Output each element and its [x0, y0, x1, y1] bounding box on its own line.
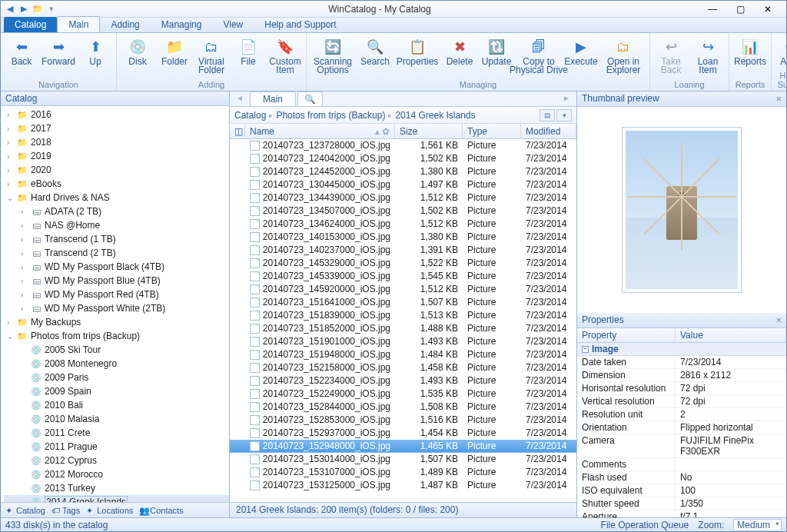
tab-main[interactable]: Main: [57, 16, 100, 32]
file-row[interactable]: 20140723_152844000_iOS.jpg1,508 KBPictur…: [230, 401, 576, 414]
up-button[interactable]: ⬆Up: [79, 35, 111, 79]
delete-button[interactable]: ✖Delete: [443, 35, 476, 79]
properties-button[interactable]: 📋Properties: [396, 35, 439, 79]
file-row[interactable]: 20140723_124042000_iOS.jpg1,502 KBPictur…: [230, 152, 576, 165]
tree-item[interactable]: 💿2008 Montenegro: [4, 357, 229, 371]
file-row[interactable]: 20140723_130445000_iOS.jpg1,497 KBPictur…: [230, 178, 576, 191]
file-row[interactable]: 20140723_152948000_iOS.jpg1,465 KBPictur…: [230, 440, 576, 453]
forward-nav-icon[interactable]: ▶: [18, 3, 30, 15]
view-details-button[interactable]: ▤: [540, 109, 555, 121]
file-row[interactable]: 20140723_145920000_iOS.jpg1,512 KBPictur…: [230, 283, 576, 296]
file-row[interactable]: 20140723_134507000_iOS.jpg1,502 KBPictur…: [230, 204, 576, 218]
col-name[interactable]: Name▴ ✿: [245, 124, 395, 138]
file-row[interactable]: 20140723_124452000_iOS.jpg1,380 KBPictur…: [230, 165, 576, 178]
view-dropdown-button[interactable]: ▾: [556, 109, 572, 121]
tree-item[interactable]: 💿2011 Crete: [4, 426, 229, 440]
tree-item[interactable]: 💿2010 Bali: [4, 398, 229, 412]
file-row[interactable]: 20140723_151852000_iOS.jpg1,488 KBPictur…: [230, 322, 576, 335]
tree-item[interactable]: ›🖴ADATA (2 TB): [4, 204, 229, 218]
tree-item[interactable]: 💿2010 Malasia: [4, 412, 229, 426]
tab-view[interactable]: View: [212, 17, 254, 32]
tree-item[interactable]: ›🖴WD My Passport Red (4TB): [4, 288, 229, 301]
file-row[interactable]: 20140723_123728000_iOS.jpg1,561 KBPictur…: [230, 139, 576, 152]
loan-item-button[interactable]: ↪Loan Item: [692, 35, 724, 79]
tree-item[interactable]: ›📁2020: [4, 163, 229, 177]
file-row[interactable]: 20140723_140237000_iOS.jpg1,391 KBPictur…: [230, 244, 576, 257]
tab-managing[interactable]: Managing: [151, 17, 213, 32]
file-row[interactable]: 20140723_151839000_iOS.jpg1,513 KBPictur…: [230, 309, 576, 322]
close-thumbnail-icon[interactable]: ×: [775, 93, 782, 105]
reports-button[interactable]: 📊Reports: [734, 35, 766, 79]
add-custom-item-button[interactable]: 🔖Custom Item: [269, 35, 301, 79]
forward-button[interactable]: ➡Forward: [42, 35, 75, 79]
col-modified[interactable]: Modified: [521, 124, 576, 138]
file-row[interactable]: 20140723_152249000_iOS.jpg1,535 KBPictur…: [230, 387, 576, 401]
tree-item[interactable]: ⌄📁Photos from trips (Backup): [4, 329, 229, 343]
minimize-button[interactable]: —: [702, 4, 723, 15]
file-tab-main[interactable]: Main: [250, 91, 296, 106]
tree-item[interactable]: ›📁My Backups: [4, 315, 229, 329]
col-type[interactable]: Type: [463, 124, 521, 138]
tree-item[interactable]: ›🖴WD My Passport Blue (4TB): [4, 274, 229, 288]
back-nav-icon[interactable]: ◀: [4, 3, 16, 15]
file-row[interactable]: 20140723_134439000_iOS.jpg1,512 KBPictur…: [230, 191, 576, 204]
breadcrumb-current[interactable]: 2014 Greek Islands: [395, 110, 475, 121]
tree-item[interactable]: 💿2014 Greek Islands: [4, 495, 229, 502]
tab-catalog-bottom[interactable]: ✦Catalog: [5, 506, 45, 515]
add-virtual-folder-button[interactable]: 🗂Virtual Folder: [195, 35, 227, 79]
add-file-button[interactable]: 📄File: [232, 35, 264, 79]
file-row[interactable]: 20140723_134624000_iOS.jpg1,512 KBPictur…: [230, 218, 576, 231]
tree-item[interactable]: ›🖴Transcend (1 TB): [4, 232, 229, 246]
tab-locations[interactable]: ✦Locations: [86, 506, 133, 515]
file-row[interactable]: 20140723_152158000_iOS.jpg1,458 KBPictur…: [230, 361, 576, 374]
tab-tags[interactable]: 🏷Tags: [51, 506, 80, 515]
dropdown-icon[interactable]: ▾: [45, 3, 58, 15]
file-row[interactable]: 20140723_153014000_iOS.jpg1,507 KBPictur…: [230, 453, 576, 466]
tree-item[interactable]: 💿2013 Turkey: [4, 481, 229, 495]
add-disk-button[interactable]: 💿Disk: [121, 35, 154, 79]
zoom-select[interactable]: Medium: [733, 519, 782, 531]
breadcrumb-folder[interactable]: Photos from trips (Backup): [276, 110, 385, 121]
tree-item[interactable]: ›🖴Transcend (2 TB): [4, 246, 229, 260]
file-list[interactable]: 20140723_123728000_iOS.jpg1,561 KBPictur…: [230, 139, 576, 502]
tree-item[interactable]: 💿2009 Paris: [4, 371, 229, 384]
tab-help[interactable]: Help and Support: [254, 17, 347, 32]
tree-item[interactable]: ›📁2017: [4, 121, 229, 135]
file-row[interactable]: 20140723_153125000_iOS.jpg1,487 KBPictur…: [230, 479, 576, 492]
copy-to-physical-drive-button[interactable]: 🗐Copy to Physical Drive: [517, 35, 560, 79]
tree-item[interactable]: ›📁eBooks: [4, 177, 229, 191]
search-button[interactable]: 🔍Search: [359, 35, 391, 79]
tree-item[interactable]: ›📁2019: [4, 149, 229, 163]
file-row[interactable]: 20140723_140153000_iOS.jpg1,380 KBPictur…: [230, 231, 576, 244]
file-row[interactable]: 20140723_152853000_iOS.jpg1,516 KBPictur…: [230, 414, 576, 427]
up-nav-icon[interactable]: 📁: [32, 3, 44, 15]
tree-item[interactable]: 💿2005 Ski Tour: [4, 343, 229, 357]
breadcrumb-root[interactable]: Catalog: [234, 110, 266, 121]
file-row[interactable]: 20140723_151901000_iOS.jpg1,493 KBPictur…: [230, 335, 576, 348]
tree-item[interactable]: ›🖴WD My Passport White (2TB): [4, 301, 229, 315]
execute-button[interactable]: ▶Execute: [565, 35, 597, 79]
file-tab-search[interactable]: 🔍: [297, 91, 323, 106]
property-group-image[interactable]: −Image: [577, 343, 786, 356]
file-row[interactable]: 20140723_152234000_iOS.jpg1,493 KBPictur…: [230, 374, 576, 387]
tab-adding[interactable]: Adding: [100, 17, 150, 32]
file-row[interactable]: 20140723_151948000_iOS.jpg1,484 KBPictur…: [230, 348, 576, 361]
catalog-tree[interactable]: ›📁2016›📁2017›📁2018›📁2019›📁2020›📁eBooks⌄📁…: [1, 106, 229, 502]
tab-catalog[interactable]: Catalog: [4, 17, 57, 32]
tree-item[interactable]: ›🖴NAS @Home: [4, 218, 229, 232]
col-icon[interactable]: ◫: [230, 124, 245, 138]
take-back-button[interactable]: ↩Take Back: [655, 35, 687, 79]
tree-item[interactable]: ›🖴WD My Passport Black (4TB): [4, 260, 229, 274]
tree-item[interactable]: 💿2009 Spain: [4, 384, 229, 398]
about-button[interactable]: ⓘAbout: [776, 35, 787, 70]
tree-item[interactable]: ›📁2016: [4, 108, 229, 121]
close-button[interactable]: ✕: [757, 4, 779, 15]
tree-item[interactable]: ›📁2018: [4, 135, 229, 149]
close-properties-icon[interactable]: ×: [775, 314, 782, 326]
file-row[interactable]: 20140723_145329000_iOS.jpg1,522 KBPictur…: [230, 257, 576, 270]
tab-contacts[interactable]: 👥Contacts: [139, 506, 183, 515]
tree-item[interactable]: ⌄📁Hard Drives & NAS: [4, 191, 229, 204]
col-size[interactable]: Size: [395, 124, 463, 138]
tree-item[interactable]: 💿2012 Cyprus: [4, 454, 229, 467]
file-row[interactable]: 20140723_152937000_iOS.jpg1,454 KBPictur…: [230, 427, 576, 440]
